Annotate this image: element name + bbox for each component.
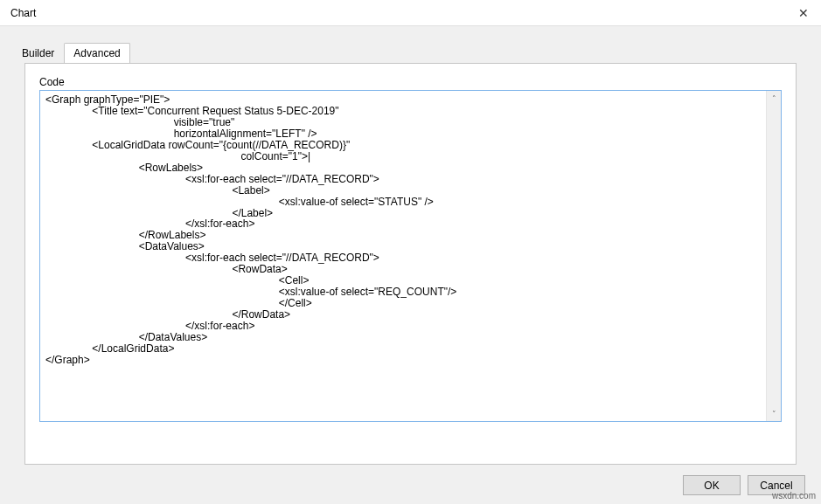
tab-advanced[interactable]: Advanced [64,43,129,64]
tab-builder[interactable]: Builder [12,43,64,64]
vertical-scrollbar[interactable]: ˄ ˅ [766,91,781,421]
window-title: Chart [10,7,36,19]
ok-button[interactable]: OK [683,475,741,495]
tabs: Builder Advanced [12,42,809,63]
watermark: wsxdn.com [772,491,816,501]
scroll-up-icon[interactable]: ˄ [767,91,781,106]
tabs-row: Builder Advanced Code ˄ ˅ [0,26,821,465]
advanced-panel: Code ˄ ˅ [24,63,797,465]
code-label: Code [39,76,782,88]
close-icon[interactable]: ✕ [793,6,814,20]
code-input[interactable] [40,91,766,421]
scroll-down-icon[interactable]: ˅ [767,406,781,421]
code-area-wrap: ˄ ˅ [39,90,782,422]
titlebar: Chart ✕ [0,0,821,26]
